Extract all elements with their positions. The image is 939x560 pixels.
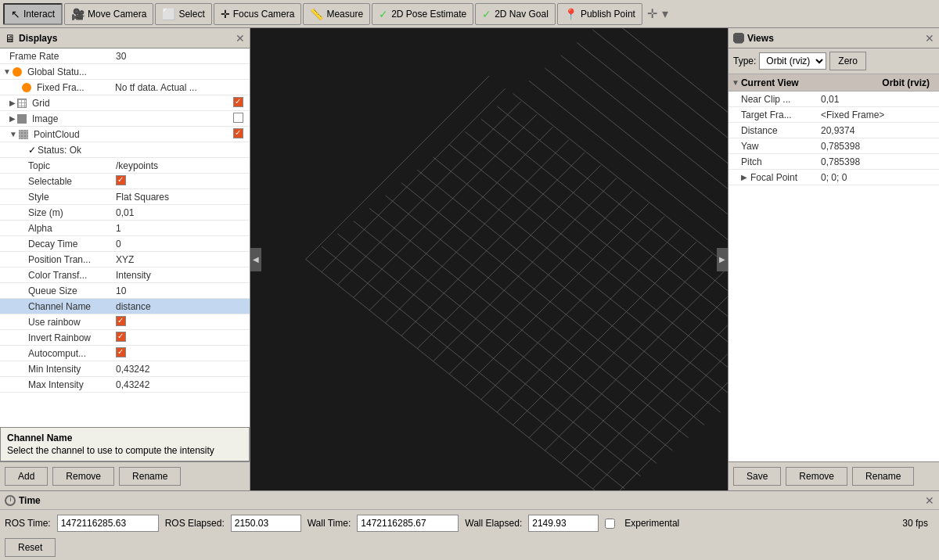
fixed-frame-label: Fixed Fra... <box>34 82 112 93</box>
plus-icon[interactable]: ✛ <box>647 6 657 21</box>
pose-estimate-label: 2D Pose Estimate <box>391 9 466 20</box>
views-remove-button[interactable]: Remove <box>786 467 847 486</box>
pitch-value: 0,785398 <box>818 156 936 167</box>
position-trans-label: Position Tran... <box>3 254 113 265</box>
topic-label: Topic <box>3 160 113 171</box>
left-panel: 🖥 Displays ✕ Frame Rate 30 ▼ Global Stat… <box>0 28 250 490</box>
alpha-row: Alpha 1 <box>0 221 250 236</box>
image-row: ▶ Image <box>0 111 250 127</box>
wall-elapsed-input[interactable] <box>528 515 599 532</box>
pointcloud-row: ▼ PointCloud <box>0 127 250 142</box>
style-label: Style <box>3 192 113 203</box>
ros-elapsed-label: ROS Elapsed: <box>165 518 225 529</box>
publish-point-label: Publish Point <box>581 9 635 20</box>
reset-button[interactable]: Reset <box>5 538 56 557</box>
current-view-arrow[interactable]: ▼ <box>732 78 739 87</box>
position-trans-row: Position Tran... XYZ <box>0 252 250 267</box>
displays-list[interactable]: Frame Rate 30 ▼ Global Statu... Fixed Fr… <box>0 48 250 427</box>
displays-close-button[interactable]: ✕ <box>236 32 245 45</box>
displays-header: 🖥 Displays ✕ <box>0 28 250 48</box>
grid-viewport[interactable] <box>250 28 728 490</box>
decay-time-row: Decay Time 0 <box>0 236 250 252</box>
topic-value: /keypoints <box>113 160 246 171</box>
current-view-type: Orbit (rviz) <box>882 77 936 88</box>
yaw-label: Yaw <box>732 141 818 152</box>
yaw-row: Yaw 0,785398 <box>729 138 939 154</box>
publish-point-button[interactable]: 📍 Publish Point <box>557 3 642 25</box>
rename-button[interactable]: Rename <box>119 467 181 486</box>
viewport-right-arrow[interactable]: ▶ <box>717 248 728 271</box>
grid-row: ▶ Grid <box>0 95 250 111</box>
selectable-checkbox[interactable] <box>113 175 246 188</box>
image-expand-arrow[interactable]: ▶ <box>3 114 16 123</box>
nav-goal-label: 2D Nav Goal <box>495 9 549 20</box>
pose-estimate-button[interactable]: ✓ 2D Pose Estimate <box>372 3 473 25</box>
global-status-icon <box>13 67 22 77</box>
near-clip-value: 0,01 <box>818 94 936 105</box>
wall-time-input[interactable] <box>357 515 459 532</box>
viewport[interactable]: ◀ ▶ <box>250 28 728 490</box>
frame-rate-label: Frame Rate <box>3 51 113 62</box>
tooltip-box: Channel Name Select the channel to use t… <box>0 427 250 461</box>
image-icon <box>17 114 27 124</box>
views-title: Views <box>747 33 925 44</box>
channel-name-row[interactable]: Channel Name distance <box>0 299 250 314</box>
distance-row: Distance 20,9374 <box>729 123 939 138</box>
measure-button[interactable]: 📏 Measure <box>303 3 370 25</box>
viewport-left-arrow[interactable]: ◀ <box>250 248 261 271</box>
pointcloud-expand-arrow[interactable]: ▼ <box>3 130 17 138</box>
pitch-row: Pitch 0,785398 <box>729 154 939 170</box>
autocompute-checkbox[interactable] <box>113 347 246 360</box>
displays-icon: 🖥 <box>5 32 16 45</box>
expand-icon[interactable]: ▾ <box>662 6 668 21</box>
queue-size-row: Queue Size 10 <box>0 283 250 299</box>
tooltip-description: Select the channel to use to compute the… <box>7 445 243 456</box>
frame-rate-row: Frame Rate 30 <box>0 48 250 64</box>
invert-rainbow-label: Invert Rainbow <box>3 332 113 343</box>
time-close-button[interactable]: ✕ <box>925 494 934 507</box>
global-status-arrow[interactable]: ▼ <box>3 67 11 76</box>
max-intensity-label: Max Intensity <box>3 379 113 390</box>
displays-title: Displays <box>19 33 236 44</box>
views-close-button[interactable]: ✕ <box>925 32 934 45</box>
views-type-select[interactable]: Orbit (rviz) <box>759 52 826 70</box>
max-intensity-value: 0,43242 <box>113 379 246 390</box>
views-rename-button[interactable]: Rename <box>852 467 914 486</box>
color-transf-value: Intensity <box>113 270 246 281</box>
size-row: Size (m) 0,01 <box>0 205 250 221</box>
interact-icon: ↖ <box>11 8 20 20</box>
time-content: ROS Time: ROS Elapsed: Wall Time: Wall E… <box>0 510 939 537</box>
select-button[interactable]: ⬜ Select <box>155 3 211 25</box>
views-save-button[interactable]: Save <box>733 467 781 486</box>
fps-display: 30 fps <box>902 518 934 529</box>
target-frame-row: Target Fra... <Fixed Frame> <box>729 107 939 123</box>
focus-camera-label: Focus Camera <box>233 9 295 20</box>
selectable-row: Selectable <box>0 174 250 189</box>
invert-rainbow-checkbox[interactable] <box>113 332 246 344</box>
move-camera-button[interactable]: 🎥 Move Camera <box>64 3 153 25</box>
grid-checkbox[interactable] <box>233 97 243 107</box>
experimental-checkbox[interactable] <box>605 519 615 529</box>
queue-size-value: 10 <box>113 285 246 296</box>
ros-time-input[interactable] <box>57 515 159 532</box>
focus-camera-button[interactable]: ✛ Focus Camera <box>214 3 302 25</box>
selectable-label: Selectable <box>3 176 113 187</box>
color-transf-label: Color Transf... <box>3 270 113 281</box>
time-header: Time ✕ <box>0 491 939 510</box>
views-icon <box>733 33 744 44</box>
grid-expand-arrow[interactable]: ▶ <box>3 99 16 107</box>
remove-button[interactable]: Remove <box>52 467 114 486</box>
image-checkbox[interactable] <box>233 113 243 123</box>
views-list[interactable]: ▼ Current View Orbit (rviz) Near Clip ..… <box>729 74 939 461</box>
use-rainbow-checkbox[interactable] <box>113 316 246 328</box>
pointcloud-checkbox[interactable] <box>233 128 243 138</box>
zero-button[interactable]: Zero <box>829 52 866 70</box>
ros-elapsed-input[interactable] <box>231 515 301 532</box>
nav-goal-button[interactable]: ✓ 2D Nav Goal <box>475 3 556 25</box>
focal-point-arrow[interactable]: ▶ <box>741 173 747 181</box>
measure-icon: 📏 <box>310 8 323 20</box>
add-button[interactable]: Add <box>5 467 48 486</box>
decay-time-value: 0 <box>113 239 246 249</box>
interact-button[interactable]: ↖ Interact <box>3 3 63 25</box>
grid-icon <box>17 99 27 108</box>
